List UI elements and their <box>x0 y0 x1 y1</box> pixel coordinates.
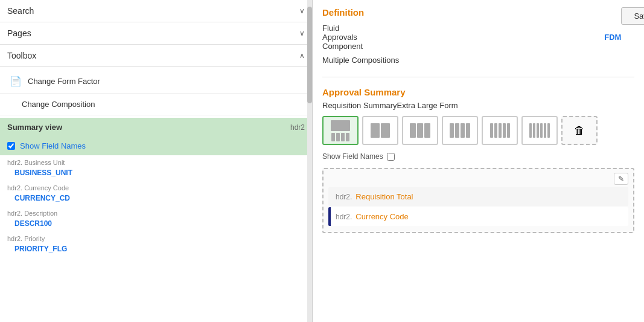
field-group-priority: hdr2. Priority <box>0 231 312 243</box>
layout-4col[interactable] <box>442 116 478 145</box>
form-factor-icon: 📄 <box>10 76 22 87</box>
trash-icon: 🗑 <box>574 124 585 137</box>
save-button[interactable]: Save <box>621 7 644 25</box>
search-label: Search <box>7 6 34 16</box>
layout-3col-bars <box>410 123 430 138</box>
change-form-factor-item[interactable]: 📄 Change Form Factor <box>0 69 312 94</box>
bar <box>529 123 532 138</box>
field-display-name: Business Unit <box>24 159 65 166</box>
bar <box>381 123 390 138</box>
bar <box>424 123 430 138</box>
bar <box>494 123 497 138</box>
field-group-description: hdr2. Description <box>0 206 312 218</box>
drop-area[interactable]: ✎ hdr2. Requisition Total hdr2. Currency… <box>322 168 634 233</box>
bar <box>331 133 335 141</box>
summary-view-label: Summary view <box>7 123 62 132</box>
bar <box>341 133 345 141</box>
bar <box>533 123 535 138</box>
bar <box>499 123 502 138</box>
layout-6col[interactable] <box>521 116 558 145</box>
summary-view-header: Summary view hdr2 <box>0 118 312 137</box>
hdr-tag: hdr2. <box>7 210 22 217</box>
bar <box>461 123 465 138</box>
fluid-approvals-row: Fluid Approvals Component FDM <box>322 21 621 53</box>
sidebar-scrollbar[interactable] <box>307 0 312 322</box>
approval-summary-title: Approval Summary <box>322 87 634 97</box>
show-field-names-label[interactable]: Show Field Names <box>20 141 86 150</box>
layout-delete-option[interactable]: 🗑 <box>561 116 598 145</box>
layout-5col-bars <box>490 123 510 138</box>
bar <box>537 123 539 138</box>
definition-title: Definition <box>322 7 621 18</box>
form-title: Requisition SummaryExtra Large Form <box>322 101 634 110</box>
layout-selector: 🗑 <box>322 116 634 145</box>
search-chevron-icon: ∨ <box>299 7 305 15</box>
pencil-icon: ✎ <box>618 175 624 183</box>
pages-section-header[interactable]: Pages ∨ <box>0 22 312 45</box>
bar <box>466 123 470 138</box>
show-field-names-row: Show Field Names <box>322 152 634 161</box>
definition-section: Definition Fluid Approvals Component FDM… <box>322 7 621 67</box>
toolbox-label: Toolbox <box>7 51 36 60</box>
bar <box>503 123 506 138</box>
bar <box>544 123 546 138</box>
search-section-header[interactable]: Search ∨ <box>0 0 312 22</box>
bar <box>455 123 459 138</box>
multiple-compositions-label: Multiple Compositions <box>322 56 399 65</box>
field-db-business-unit[interactable]: BUSINESS_UNIT <box>0 167 312 181</box>
bar <box>371 123 380 138</box>
field-name-requisition-total: Requisition Total <box>355 192 413 201</box>
layout-1col[interactable] <box>322 116 359 145</box>
field-name-currency-code: Currency Code <box>355 212 408 221</box>
edit-button[interactable]: ✎ <box>614 173 628 185</box>
field-group-business-unit: hdr2. Business Unit <box>0 155 312 167</box>
hdr-tag: hdr2. <box>7 184 22 192</box>
change-composition-label: Change Composition <box>22 100 95 109</box>
toolbox-items: 📄 Change Form Factor Change Composition <box>0 67 312 118</box>
bar <box>450 123 454 138</box>
layout-5col[interactable] <box>482 116 518 145</box>
pages-chevron-icon: ∨ <box>299 29 305 37</box>
bar <box>490 123 493 138</box>
bar <box>336 133 340 141</box>
bar <box>507 123 510 138</box>
layout-3col[interactable] <box>402 116 438 145</box>
toolbox-chevron-icon: ∧ <box>299 51 305 60</box>
multiple-compositions-row: Multiple Compositions <box>322 53 621 67</box>
field-db-currency-cd[interactable]: CURRENCY_CD <box>0 193 312 206</box>
sidebar-scroll-thumb <box>307 7 312 103</box>
fluid-approvals-label: Fluid Approvals Component <box>322 24 363 51</box>
toolbox-section-header[interactable]: Toolbox ∧ <box>0 45 312 67</box>
bar <box>346 133 349 141</box>
hdr-tag: hdr2. <box>7 159 22 166</box>
layout-2col-bars <box>371 123 390 138</box>
bar <box>547 123 550 138</box>
field-display-name: Priority <box>24 235 45 242</box>
summary-view-hdr: hdr2 <box>290 123 305 132</box>
layout-2col[interactable] <box>362 116 398 145</box>
main-header: Definition Fluid Approvals Component FDM… <box>322 7 634 67</box>
change-form-factor-label: Change Form Factor <box>28 77 100 86</box>
field-display-name: Currency Code <box>24 184 69 192</box>
change-composition-item[interactable]: Change Composition <box>0 94 312 115</box>
show-field-names-checkbox[interactable] <box>7 142 15 150</box>
fdm-label: FDM <box>604 33 621 42</box>
field-list: hdr2. Business Unit BUSINESS_UNIT hdr2. … <box>0 155 312 257</box>
layout-1col-bars2 <box>331 133 349 141</box>
main-content: Definition Fluid Approvals Component FDM… <box>313 0 644 322</box>
field-db-descr100[interactable]: DESCR100 <box>0 218 312 231</box>
show-field-names-item[interactable]: Show Field Names <box>0 137 312 155</box>
field-row-currency-code[interactable]: hdr2. Currency Code <box>328 207 628 226</box>
bar <box>410 123 416 138</box>
layout-4col-bars <box>450 123 470 138</box>
bar <box>417 123 423 138</box>
hdr-tag-currency: hdr2. <box>336 213 352 221</box>
field-display-name: Description <box>24 210 57 217</box>
pages-label: Pages <box>7 28 31 38</box>
show-field-names-main-label: Show Field Names <box>322 152 383 161</box>
divider <box>322 77 634 77</box>
hdr-tag: hdr2. <box>7 235 22 242</box>
show-field-names-main-checkbox[interactable] <box>387 153 395 161</box>
field-db-priority-flg[interactable]: PRIORITY_FLG <box>0 243 312 257</box>
field-row-requisition-total[interactable]: hdr2. Requisition Total <box>328 187 628 206</box>
